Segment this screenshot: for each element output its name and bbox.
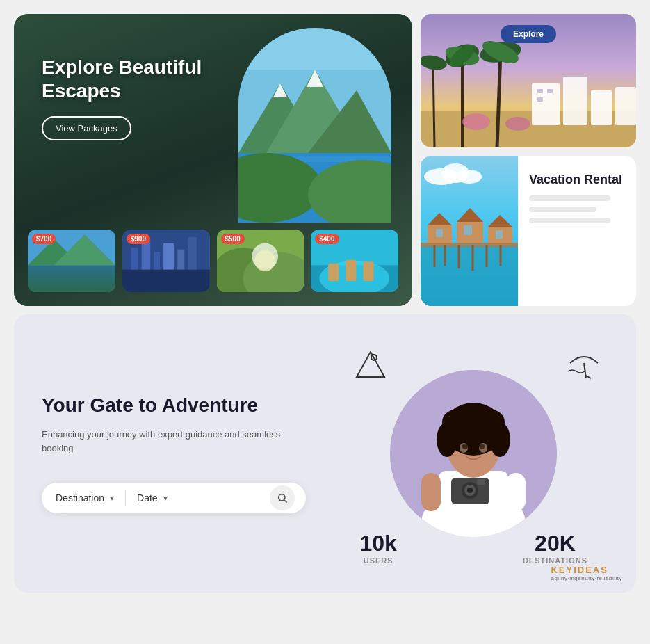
svg-rect-31 xyxy=(328,264,339,281)
svg-rect-67 xyxy=(496,230,503,239)
text-line-1 xyxy=(529,195,610,201)
destination-label: Destination xyxy=(56,492,104,504)
adventure-subtext: Enhancing your journey with expert guida… xyxy=(42,428,311,455)
svg-rect-20 xyxy=(163,243,174,270)
explore-button[interactable]: Explore xyxy=(501,25,556,43)
hero-arch-image xyxy=(238,28,391,223)
price-badge-1: $700 xyxy=(32,234,56,244)
vacation-info: Vacation Rental xyxy=(518,156,636,306)
svg-rect-42 xyxy=(537,97,543,102)
person-avatar xyxy=(390,370,557,537)
beach-icon xyxy=(567,349,601,383)
bottom-right-content: 10k USERS 20K DESTINATIONS xyxy=(339,342,609,565)
svg-rect-33 xyxy=(364,261,374,281)
top-section: Explore Beautiful Escapes View Packages … xyxy=(0,0,650,306)
bottom-left-content: Your Gate to Adventure Enhancing your jo… xyxy=(42,394,311,514)
text-line-3 xyxy=(529,218,610,223)
svg-rect-36 xyxy=(532,83,560,125)
svg-rect-101 xyxy=(421,473,441,511)
destinations-label: DESTINATIONS xyxy=(523,556,587,565)
keyideas-branding: KEYIDEAS agility·ingenuity·reliability xyxy=(551,565,622,581)
date-dropdown[interactable]: Date ▾ xyxy=(126,485,179,510)
date-label: Date xyxy=(137,492,158,504)
svg-point-53 xyxy=(505,117,530,131)
destinations-number: 20K xyxy=(523,531,587,556)
brand-name: KEYIDEAS xyxy=(551,565,622,575)
view-packages-button[interactable]: View Packages xyxy=(42,116,131,140)
thumbnail-2[interactable]: $900 xyxy=(122,230,210,292)
users-label: USERS xyxy=(360,556,397,565)
svg-line-50 xyxy=(433,63,434,147)
bottom-section: Your Gate to Adventure Enhancing your jo… xyxy=(14,314,636,593)
svg-point-57 xyxy=(457,170,482,184)
svg-rect-19 xyxy=(154,252,160,269)
vacation-title: Vacation Rental xyxy=(529,172,625,187)
adventure-headline: Your Gate to Adventure xyxy=(42,394,311,417)
svg-point-90 xyxy=(442,410,470,435)
price-badge-2: $900 xyxy=(127,234,150,244)
svg-point-94 xyxy=(462,444,468,449)
price-badge-4: $400 xyxy=(315,234,339,244)
thumbnail-3[interactable]: $500 xyxy=(217,230,304,292)
svg-rect-61 xyxy=(436,229,443,237)
svg-rect-37 xyxy=(563,77,587,125)
hero-text-block: Explore Beautiful Escapes View Packages xyxy=(42,56,202,140)
svg-point-91 xyxy=(477,410,505,435)
price-badge-3: $500 xyxy=(221,234,245,244)
svg-rect-17 xyxy=(131,248,138,269)
thumbnail-1[interactable]: $700 xyxy=(28,230,115,292)
destination-chevron-icon: ▾ xyxy=(110,493,114,503)
svg-rect-12 xyxy=(28,265,115,292)
stats-row: 10k USERS 20K DESTINATIONS xyxy=(339,531,609,565)
search-bar: Destination ▾ Date ▾ xyxy=(42,483,306,513)
right-column: Explore xyxy=(421,14,636,306)
vacation-image xyxy=(421,156,518,306)
svg-rect-41 xyxy=(547,89,553,93)
mountain-icon xyxy=(353,349,388,383)
stat-users: 10k USERS xyxy=(360,531,397,565)
destination-dropdown[interactable]: Destination ▾ xyxy=(44,485,125,510)
text-line-2 xyxy=(529,207,596,212)
svg-point-99 xyxy=(467,488,473,493)
svg-rect-16 xyxy=(122,270,210,292)
svg-point-52 xyxy=(462,113,490,130)
vacation-rental-card: Vacation Rental xyxy=(421,156,636,306)
stat-destinations: 20K DESTINATIONS xyxy=(523,531,587,565)
svg-rect-100 xyxy=(477,479,485,485)
svg-line-76 xyxy=(284,500,287,503)
svg-line-79 xyxy=(584,363,586,378)
thumbnail-strip: $700 $900 xyxy=(28,230,398,292)
arch-landscape xyxy=(238,28,391,223)
svg-marker-77 xyxy=(357,352,384,377)
date-chevron-icon: ▾ xyxy=(163,493,168,503)
svg-line-80 xyxy=(586,376,591,378)
brand-tagline: agility·ingenuity·reliability xyxy=(551,575,622,581)
svg-rect-21 xyxy=(177,250,184,270)
users-number: 10k xyxy=(360,531,397,556)
svg-rect-39 xyxy=(615,87,636,125)
svg-rect-38 xyxy=(591,90,612,125)
resort-card: Explore xyxy=(421,14,636,147)
svg-rect-22 xyxy=(188,237,197,270)
hero-card: Explore Beautiful Escapes View Packages … xyxy=(14,14,412,306)
svg-point-95 xyxy=(479,444,485,449)
svg-rect-64 xyxy=(464,225,472,235)
hero-title: Explore Beautiful Escapes xyxy=(42,56,202,102)
thumbnail-4[interactable]: $400 xyxy=(311,230,398,292)
svg-rect-32 xyxy=(346,260,357,281)
svg-rect-102 xyxy=(506,473,526,511)
svg-point-27 xyxy=(254,250,275,271)
svg-rect-40 xyxy=(537,89,543,93)
search-button[interactable] xyxy=(270,485,295,510)
svg-point-75 xyxy=(279,494,285,501)
